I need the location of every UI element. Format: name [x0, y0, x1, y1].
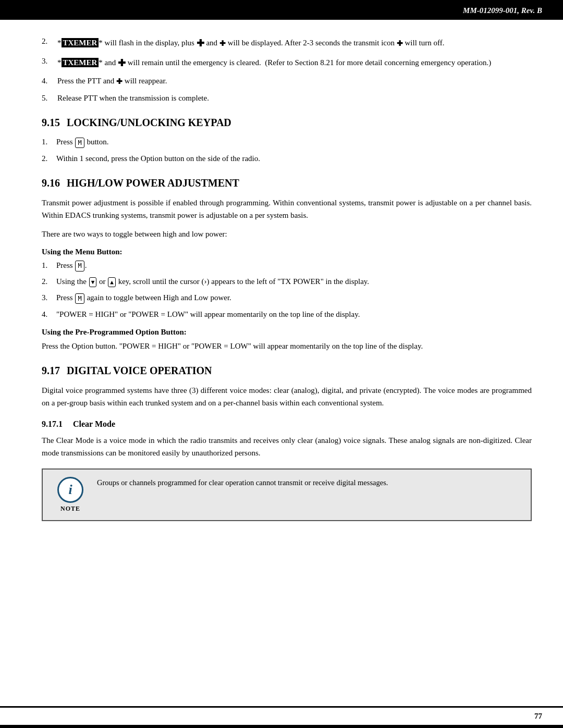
- section-917-para1: Digital voice programmed systems have th…: [42, 384, 532, 409]
- txemer-highlight: TXEMER: [62, 38, 99, 47]
- list-item: 1. Press M.: [42, 260, 532, 272]
- list-item: 1. Press M button.: [42, 136, 532, 148]
- list-item-body: *TXEMER* will flash in the display, plus…: [57, 35, 532, 50]
- list-item: 3. *TXEMER* and ✚ will remain until the …: [42, 55, 532, 70]
- section-915-heading: 9.15 LOCKING/UNLOCKING KEYPAD: [42, 117, 532, 129]
- list-item-body: Press M button.: [56, 136, 532, 148]
- down-arrow-icon: ▼: [89, 277, 97, 287]
- section-916-para2: There are two ways to toggle between hig…: [42, 228, 532, 240]
- info-circle-icon: i: [57, 477, 83, 503]
- list-item-num: 2.: [42, 276, 56, 288]
- section-917-heading: 9.17 DIGITAL VOICE OPERATION: [42, 365, 532, 377]
- cross-small-icon: ✚: [219, 38, 226, 50]
- list-item-body: Within 1 second, press the Option button…: [56, 153, 532, 165]
- m-button-icon-2: M: [75, 261, 84, 272]
- menu-items-list: 1. Press M. 2. Using the ▼ or ▲ key, scr…: [42, 260, 532, 320]
- list-item-num: 1.: [42, 260, 56, 272]
- footer-bottom-bar: [0, 725, 563, 728]
- section-915-number: 9.15: [42, 117, 60, 128]
- subsection-9171-heading: 9.17.1 Clear Mode: [42, 419, 532, 429]
- note-text: Groups or channels programmed for clear …: [97, 477, 521, 488]
- list-item-num: 2.: [42, 153, 56, 165]
- section-915-list: 1. Press M button. 2. Within 1 second, p…: [42, 136, 532, 165]
- m-button-icon-3: M: [75, 293, 84, 304]
- txemer-highlight-2: TXEMER: [62, 58, 99, 67]
- page: MM-012099-001, Rev. B 2. *TXEMER* will f…: [0, 0, 563, 728]
- section-916-para1: Transmit power adjustment is possible if…: [42, 196, 532, 221]
- list-item: 4. "POWER = HIGH" or "POWER = LOW" will …: [42, 309, 532, 320]
- footer-area: 77: [0, 706, 563, 728]
- list-item-body: Using the ▼ or ▲ key, scroll until the c…: [56, 276, 532, 288]
- list-item-num: 2.: [42, 35, 57, 47]
- list-item: 5. Release PTT when the transmission is …: [42, 92, 532, 104]
- list-item-body: *TXEMER* and ✚ will remain until the eme…: [57, 55, 532, 70]
- header-title: MM-012099-001, Rev. B: [463, 6, 542, 15]
- m-button-icon: M: [75, 138, 84, 149]
- list-item-num: 4.: [42, 75, 57, 87]
- subsection-9171-para1: The Clear Mode is a voice mode in which …: [42, 434, 532, 459]
- footer-page-number: 77: [0, 708, 563, 725]
- list-item-num: 4.: [42, 309, 56, 320]
- list-item: 3. Press M again to toggle between High …: [42, 292, 532, 304]
- list-item-num: 5.: [42, 92, 57, 104]
- list-item: 2. *TXEMER* will flash in the display, p…: [42, 35, 532, 50]
- list-item-num: 3.: [42, 55, 57, 67]
- list-item-body: Press M again to toggle between High and…: [56, 292, 532, 304]
- list-item-body: Release PTT when the transmission is com…: [57, 92, 532, 104]
- subsection-9171-number: 9.17.1: [42, 419, 63, 428]
- list-item-num: 1.: [42, 136, 56, 148]
- using-preprogrammed-heading: Using the Pre-Programmed Option Button:: [42, 328, 532, 337]
- top-numbered-list: 2. *TXEMER* will flash in the display, p…: [42, 35, 532, 104]
- header-title-row: MM-012099-001, Rev. B: [0, 3, 563, 18]
- list-item-num: 3.: [42, 292, 56, 304]
- note-box: i NOTE Groups or channels programmed for…: [42, 468, 532, 521]
- list-item-body: "POWER = HIGH" or "POWER = LOW" will app…: [56, 309, 532, 320]
- cross-small-icon-3: ✚: [116, 76, 123, 88]
- content-area: 2. *TXEMER* will flash in the display, p…: [0, 20, 563, 542]
- list-item-body: Press the PTT and ✚ will reappear.: [57, 75, 532, 87]
- list-item: 4. Press the PTT and ✚ will reappear.: [42, 75, 532, 87]
- section-916-heading: 9.16 HIGH/LOW POWER ADJUSTMENT: [42, 177, 532, 189]
- note-label: NOTE: [60, 505, 80, 513]
- subsection-9171-title: Clear Mode: [73, 419, 115, 428]
- up-arrow-icon: ▲: [108, 277, 116, 287]
- using-menu-heading: Using the Menu Button:: [42, 248, 532, 256]
- list-item: 2. Using the ▼ or ▲ key, scroll until th…: [42, 276, 532, 288]
- section-917-title: DIGITAL VOICE OPERATION: [67, 365, 212, 376]
- list-item-body: Press M.: [56, 260, 532, 272]
- section-916-number: 9.16: [42, 177, 60, 189]
- cross-icon: ✚: [197, 36, 204, 51]
- section-915-title: LOCKING/UNLOCKING KEYPAD: [67, 117, 231, 128]
- cross-icon-2: ✚: [118, 56, 126, 71]
- section-916-preprogrammed-para: Press the Option button. "POWER = HIGH" …: [42, 340, 532, 352]
- note-icon-container: i NOTE: [52, 477, 89, 513]
- cross-small-icon-2: ✚: [397, 38, 403, 50]
- section-916-title: HIGH/LOW POWER ADJUSTMENT: [67, 177, 239, 189]
- list-item: 2. Within 1 second, press the Option but…: [42, 153, 532, 165]
- section-917-number: 9.17: [42, 365, 60, 376]
